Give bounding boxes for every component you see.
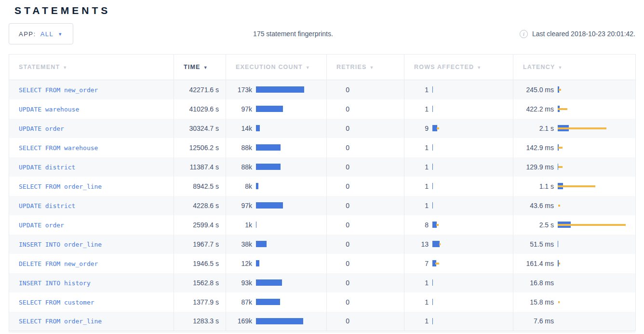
statement-link[interactable]: UPDATE order xyxy=(19,222,64,229)
rows-affected-value: 7 xyxy=(404,260,429,267)
column-header-rows-affected[interactable]: ROWS AFFECTED▼ xyxy=(404,55,513,80)
statement-link[interactable]: UPDATE warehouse xyxy=(19,106,79,113)
table-row[interactable]: INSERT INTO history 1562.8 s 93k 0 1 16.… xyxy=(9,273,636,292)
execution-count-bar xyxy=(256,260,326,267)
latency-value: 2.1 s xyxy=(513,125,554,132)
column-header-label: ROWS AFFECTED xyxy=(414,64,474,70)
statement-link[interactable]: SELECT FROM new_order xyxy=(19,86,98,94)
table-header: STATEMENT▼TIME▼EXECUTION COUNT▼RETRIES▼R… xyxy=(9,55,636,80)
retries-value: 0 xyxy=(327,317,349,325)
column-header-exec-count[interactable]: EXECUTION COUNT▼ xyxy=(226,55,327,80)
latency-bar xyxy=(558,260,635,267)
latency-value: 16.8 ms xyxy=(513,279,554,287)
statement-link[interactable]: UPDATE order xyxy=(19,125,64,132)
table-row[interactable]: INSERT INTO order_line 1967.7 s 38k 0 13… xyxy=(9,235,636,254)
statement-link[interactable]: DELETE FROM new_order xyxy=(19,260,98,267)
latency-value: 161.4 ms xyxy=(513,260,554,267)
latency-value: 7.6 ms xyxy=(513,317,554,325)
table-row[interactable]: UPDATE district 11387.4 s 88k 0 1 129.9 … xyxy=(9,157,636,177)
retries-bar xyxy=(353,86,404,93)
table-row[interactable]: DELETE FROM new_order 1946.5 s 12k 0 7 1… xyxy=(9,254,636,273)
time-value: 41029.6 s xyxy=(174,99,226,119)
table-row[interactable]: SELECT FROM warehouse 12506.2 s 88k 0 1 … xyxy=(9,138,636,157)
rows-affected-value: 1 xyxy=(404,298,429,306)
rows-affected-bar xyxy=(432,106,513,112)
statement-fingerprints-summary: 175 statement fingerprints. xyxy=(9,30,577,38)
statement-link[interactable]: INSERT INTO order_line xyxy=(19,241,102,248)
retries-bar xyxy=(353,318,404,324)
retries-bar xyxy=(353,222,404,228)
sort-arrow-icon: ▼ xyxy=(63,65,67,70)
rows-affected-value: 1 xyxy=(404,182,429,190)
latency-bar xyxy=(558,86,635,93)
execution-count-bar xyxy=(256,106,326,112)
statement-link[interactable]: SELECT FROM order_line xyxy=(19,318,102,325)
retries-value: 0 xyxy=(327,144,349,152)
retries-bar xyxy=(353,241,404,248)
rows-affected-value: 1 xyxy=(404,163,429,171)
execution-count-value: 173k xyxy=(226,86,252,94)
execution-count-bar xyxy=(256,164,326,170)
rows-affected-bar xyxy=(432,144,513,151)
column-header-latency[interactable]: LATENCY▼ xyxy=(513,55,636,80)
latency-bar xyxy=(558,106,635,112)
column-header-statement[interactable]: STATEMENT▼ xyxy=(9,55,174,80)
rows-affected-value: 1 xyxy=(404,279,429,287)
column-header-label: TIME xyxy=(184,64,201,70)
latency-bar xyxy=(558,183,635,190)
execution-count-value: 8k xyxy=(226,182,252,190)
table-row[interactable]: SELECT FROM customer 1377.9 s 87k 0 1 15… xyxy=(9,292,636,312)
rows-affected-bar xyxy=(432,222,513,228)
statement-link[interactable]: INSERT INTO history xyxy=(19,279,91,287)
rows-affected-bar xyxy=(432,183,513,190)
column-header-time[interactable]: TIME▼ xyxy=(174,55,226,80)
rows-affected-bar xyxy=(432,241,513,248)
sort-arrow-icon: ▼ xyxy=(370,65,375,70)
retries-bar xyxy=(353,260,404,267)
statement-link[interactable]: SELECT FROM warehouse xyxy=(19,144,98,152)
latency-bar xyxy=(558,318,635,324)
execution-count-value: 87k xyxy=(226,298,252,306)
table-row[interactable]: SELECT FROM order_line 8942.5 s 8k 0 1 1… xyxy=(9,177,636,196)
latency-value: 51.5 ms xyxy=(513,240,554,248)
time-value: 1283.3 s xyxy=(174,312,226,331)
statement-link[interactable]: SELECT FROM customer xyxy=(19,299,94,306)
execution-count-value: 88k xyxy=(226,163,252,171)
latency-value: 1.1 s xyxy=(513,182,554,190)
latency-value: 142.9 ms xyxy=(513,144,554,152)
latency-bar xyxy=(558,299,635,306)
rows-affected-value: 1 xyxy=(404,105,429,113)
table-row[interactable]: UPDATE order 30324.7 s 14k 0 9 2.1 s xyxy=(9,119,636,138)
latency-value: 2.5 s xyxy=(513,221,554,229)
execution-count-bar xyxy=(256,241,326,248)
latency-bar xyxy=(558,144,635,151)
time-value: 11387.4 s xyxy=(174,157,226,177)
table-row[interactable]: UPDATE warehouse 41029.6 s 97k 0 1 422.2… xyxy=(9,99,636,119)
column-header-retries[interactable]: RETRIES▼ xyxy=(327,55,404,80)
table-row[interactable]: UPDATE district 4228.6 s 97k 0 1 43.6 ms xyxy=(9,196,636,215)
latency-value: 422.2 ms xyxy=(513,105,554,113)
sort-arrow-icon: ▼ xyxy=(306,65,310,70)
execution-count-value: 1k xyxy=(226,221,252,229)
retries-value: 0 xyxy=(327,202,349,209)
execution-count-bar xyxy=(256,318,326,324)
time-value: 2599.4 s xyxy=(174,215,226,235)
rows-affected-bar xyxy=(432,125,513,132)
table-row[interactable]: SELECT FROM new_order 42271.6 s 173k 0 1… xyxy=(9,80,636,99)
rows-affected-value: 1 xyxy=(404,86,429,94)
retries-value: 0 xyxy=(327,105,349,113)
statement-link[interactable]: SELECT FROM order_line xyxy=(19,183,102,190)
latency-value: 43.6 ms xyxy=(513,202,554,209)
table-row[interactable]: SELECT FROM order_line 1283.3 s 169k 0 1… xyxy=(9,312,636,331)
latency-bar xyxy=(558,164,635,170)
table-row[interactable]: UPDATE order 2599.4 s 1k 0 8 2.5 s xyxy=(9,215,636,235)
statement-link[interactable]: UPDATE district xyxy=(19,164,75,171)
execution-count-bar xyxy=(256,125,326,132)
time-value: 1946.5 s xyxy=(174,254,226,273)
execution-count-bar xyxy=(256,202,326,209)
execution-count-value: 97k xyxy=(226,202,252,209)
statement-link[interactable]: UPDATE district xyxy=(19,202,75,209)
sort-arrow-icon: ▼ xyxy=(477,65,482,70)
time-value: 1562.8 s xyxy=(174,273,226,292)
retries-value: 0 xyxy=(327,240,349,248)
